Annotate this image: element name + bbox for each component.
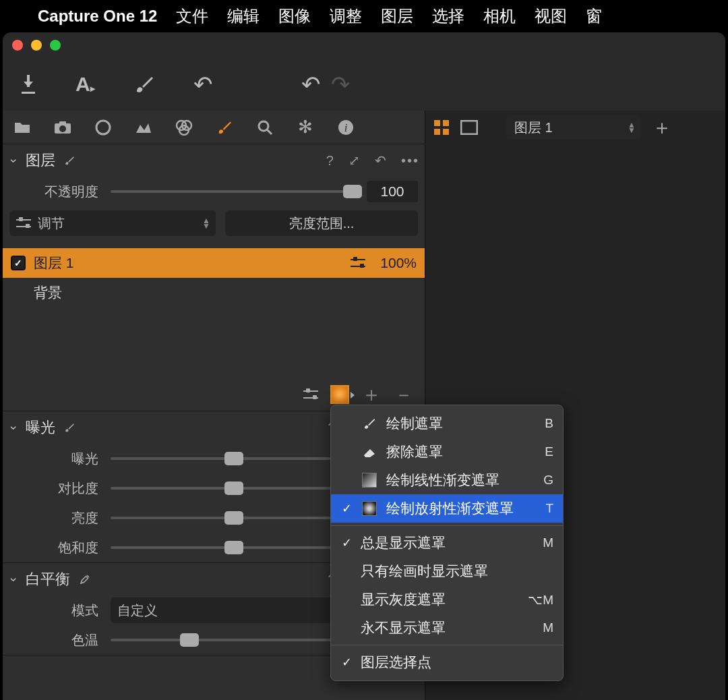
menu-select[interactable]: 选择 bbox=[432, 5, 464, 27]
layers-panel-header[interactable]: › 图层 ? ⤢ ↶ ••• bbox=[3, 144, 425, 177]
help-icon[interactable]: ? bbox=[326, 153, 334, 169]
svg-point-7 bbox=[259, 121, 268, 131]
minimize-window-button[interactable] bbox=[31, 40, 42, 51]
expand-icon[interactable]: ⤢ bbox=[348, 152, 360, 169]
tab-search-icon[interactable] bbox=[253, 119, 276, 136]
step-forward-icon[interactable]: ↷ bbox=[331, 71, 350, 98]
radial-gradient-icon bbox=[361, 501, 378, 516]
svg-rect-12 bbox=[443, 120, 449, 126]
single-view-icon[interactable] bbox=[460, 120, 478, 135]
close-window-button[interactable] bbox=[12, 40, 23, 51]
adjust-select[interactable]: 调节 ▲▼ bbox=[9, 210, 216, 236]
svg-line-8 bbox=[267, 129, 272, 134]
layer-item-background[interactable]: 背景 bbox=[3, 278, 425, 308]
brush-small-icon bbox=[63, 422, 75, 433]
linear-gradient-icon bbox=[361, 473, 378, 488]
menu-file[interactable]: 文件 bbox=[176, 5, 208, 27]
ctx-never-show[interactable]: 永不显示遮罩 M bbox=[331, 614, 563, 642]
layer-visibility-checkbox[interactable]: ✓ bbox=[11, 256, 26, 270]
temp-slider[interactable] bbox=[111, 639, 357, 641]
right-top-bar: 图层 1 ▲▼ ＋ bbox=[425, 111, 725, 144]
ctx-always-show[interactable]: ✓ 总是显示遮罩 M bbox=[331, 529, 563, 557]
ctx-draw-mask[interactable]: 绘制遮罩 B bbox=[331, 409, 563, 438]
slider-label: 对比度 bbox=[9, 479, 111, 498]
mode-label: 模式 bbox=[9, 602, 111, 620]
tab-capture-icon[interactable] bbox=[51, 121, 74, 134]
slider-label: 曝光 bbox=[9, 450, 111, 468]
app-name[interactable]: Capture One 12 bbox=[38, 7, 157, 26]
saturation-slider[interactable] bbox=[111, 546, 357, 549]
eraser-icon bbox=[361, 444, 378, 459]
opacity-label: 不透明度 bbox=[9, 183, 111, 201]
layer-item-1[interactable]: ✓ 图层 1 100% bbox=[3, 248, 425, 278]
ctx-grayscale-mask[interactable]: 显示灰度遮罩 ⌥M bbox=[331, 585, 563, 614]
reset-icon[interactable]: ↶ bbox=[375, 152, 386, 169]
svg-rect-13 bbox=[434, 129, 440, 135]
macos-menubar: Capture One 12 文件 编辑 图像 调整 图层 选择 相机 视图 窗 bbox=[0, 0, 728, 32]
layer-select-label: 图层 1 bbox=[514, 119, 553, 137]
menu-icon[interactable]: ••• bbox=[401, 153, 419, 169]
svg-point-3 bbox=[96, 121, 110, 134]
contrast-slider[interactable] bbox=[111, 487, 357, 490]
ctx-linear-gradient[interactable]: 绘制线性渐变遮罩 G bbox=[331, 466, 563, 494]
menu-edit[interactable]: 编辑 bbox=[227, 5, 260, 27]
opacity-row: 不透明度 100 bbox=[3, 177, 425, 206]
disclosure-icon[interactable]: › bbox=[7, 422, 21, 433]
tab-color-icon[interactable] bbox=[173, 119, 195, 136]
tab-info-icon[interactable]: i bbox=[334, 119, 357, 136]
window-titlebar bbox=[3, 32, 725, 58]
mask-dropdown-button[interactable] bbox=[330, 385, 349, 404]
ctx-erase-mask[interactable]: 擦除遮罩 E bbox=[331, 438, 563, 466]
sliders-icon[interactable] bbox=[303, 388, 318, 401]
brightness-slider[interactable] bbox=[111, 517, 357, 519]
slider-label: 饱和度 bbox=[9, 539, 111, 557]
separator bbox=[331, 645, 563, 645]
menu-camera[interactable]: 相机 bbox=[483, 5, 516, 27]
step-back-icon[interactable]: ↶ bbox=[301, 71, 320, 98]
import-icon[interactable] bbox=[19, 75, 38, 94]
svg-rect-14 bbox=[443, 129, 449, 135]
tab-lens-icon[interactable] bbox=[92, 119, 115, 136]
tooltab-bar: ✻ i bbox=[3, 111, 425, 144]
disclosure-icon[interactable]: › bbox=[7, 155, 21, 166]
tab-adjust-icon[interactable] bbox=[213, 119, 236, 136]
menu-image[interactable]: 图像 bbox=[278, 5, 311, 27]
brush-tool-icon[interactable] bbox=[133, 74, 156, 94]
panel-title: 图层 bbox=[26, 150, 55, 171]
brush-small-icon bbox=[63, 155, 75, 166]
brush-icon bbox=[361, 416, 378, 431]
layer-select[interactable]: 图层 1 ▲▼ bbox=[506, 115, 641, 140]
panel-title: 白平衡 bbox=[26, 569, 70, 589]
ctx-layer-pick[interactable]: ✓ 图层选择点 bbox=[331, 648, 563, 676]
ctx-show-when-draw[interactable]: 只有绘画时显示遮罩 bbox=[331, 557, 563, 585]
menu-adjust[interactable]: 调整 bbox=[330, 5, 362, 27]
svg-point-2 bbox=[59, 125, 66, 132]
undo-icon[interactable]: ↶ bbox=[193, 71, 212, 98]
layer-name: 图层 1 bbox=[34, 254, 74, 272]
opacity-value[interactable]: 100 bbox=[367, 181, 418, 202]
panel-title: 曝光 bbox=[26, 417, 55, 438]
menu-layers[interactable]: 图层 bbox=[381, 5, 413, 27]
luma-range-button[interactable]: 亮度范围... bbox=[225, 210, 418, 236]
ctx-radial-gradient[interactable]: ✓ 绘制放射性渐变遮罩 T bbox=[331, 494, 563, 523]
tab-settings-icon[interactable]: ✻ bbox=[294, 117, 317, 138]
eyedropper-icon[interactable] bbox=[78, 573, 92, 585]
svg-text:i: i bbox=[344, 121, 348, 134]
separator bbox=[331, 525, 563, 526]
tab-library-icon[interactable] bbox=[11, 121, 34, 134]
opacity-slider[interactable] bbox=[111, 190, 357, 193]
menu-window[interactable]: 窗 bbox=[586, 5, 602, 27]
tab-histogram-icon[interactable] bbox=[132, 121, 155, 134]
layers-panel: › 图层 ? ⤢ ↶ ••• 不透明度 100 调 bbox=[3, 144, 425, 411]
grid-view-icon[interactable] bbox=[433, 119, 450, 136]
menu-view[interactable]: 视图 bbox=[535, 5, 567, 27]
wb-mode-value: 自定义 bbox=[117, 602, 158, 620]
exposure-slider[interactable] bbox=[111, 457, 357, 460]
disclosure-icon[interactable]: › bbox=[7, 574, 21, 585]
auto-adjust-icon[interactable]: A▸ bbox=[75, 73, 95, 96]
svg-rect-1 bbox=[59, 121, 66, 125]
layer-opacity: 100% bbox=[380, 255, 417, 271]
adjust-select-label: 调节 bbox=[38, 214, 65, 233]
zoom-window-button[interactable] bbox=[50, 40, 61, 51]
add-icon[interactable]: ＋ bbox=[652, 114, 672, 142]
